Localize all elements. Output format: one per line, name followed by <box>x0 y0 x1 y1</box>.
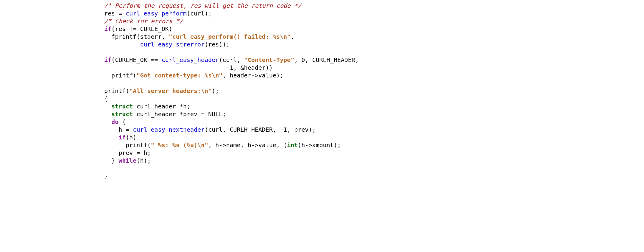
token: { <box>118 118 126 125</box>
token: } <box>104 172 108 180</box>
token: (h); <box>136 157 151 164</box>
token: } <box>111 157 118 164</box>
code-line: -1, &header)) <box>104 64 273 71</box>
code-line: if(res != CURLE_OK) <box>104 25 172 32</box>
code-block: /* Perform the request, res will get the… <box>104 2 644 180</box>
token: "Content-Type" <box>244 56 294 63</box>
token: ); <box>212 87 219 94</box>
token: (curl, CURLH_HEADER, -1, prev); <box>205 126 316 133</box>
code-line: struct curl_header *h; <box>104 103 190 110</box>
token: if <box>118 134 126 141</box>
token: res = <box>104 10 126 17</box>
token: , <box>291 33 294 40</box>
token: " %s: %s (%u)\n" <box>151 141 208 149</box>
token: "Got content-type: %s\n" <box>136 72 222 79</box>
token: -1, &header)) <box>226 64 273 71</box>
token: "All server headers:\n" <box>129 87 212 94</box>
code-line: printf("All server headers:\n"); <box>104 87 219 94</box>
token: curl_header *prev = NULL; <box>133 111 226 118</box>
token: (h) <box>126 134 136 141</box>
code-line: fprintf(stderr, "curl_easy_perform() fai… <box>104 33 294 40</box>
token: "curl_easy_perform() failed: %s\n" <box>169 33 291 40</box>
token: (res)); <box>205 41 230 48</box>
token: curl_header *h; <box>133 103 190 110</box>
token: printf( <box>111 72 136 79</box>
code-line: } while(h); <box>104 157 151 164</box>
token: fprintf(stderr, <box>111 33 169 40</box>
code-line: struct curl_header *prev = NULL; <box>104 111 226 118</box>
token: (CURLHE_OK == <box>111 56 162 63</box>
code-line: h = curl_easy_nextheader(curl, CURLH_HEA… <box>104 126 316 133</box>
code-line: /* Check for errors */ <box>104 18 183 25</box>
code-line: } <box>104 172 108 180</box>
token: printf( <box>126 141 151 149</box>
token: , h->name, h->value, ( <box>208 141 287 149</box>
token: , header->value); <box>222 72 283 79</box>
code-line: do { <box>104 118 126 125</box>
token: int <box>287 141 298 149</box>
code-line: if(CURLHE_OK == curl_easy_header(curl, "… <box>104 56 359 63</box>
token: (curl, <box>219 56 244 63</box>
token: if <box>104 25 111 32</box>
token: if <box>104 56 111 63</box>
token: curl_easy_strerror <box>140 41 205 48</box>
token: curl_easy_perform <box>126 10 187 17</box>
token: curl_easy_header <box>162 56 219 63</box>
token: h = <box>118 126 133 133</box>
token: struct <box>111 103 133 110</box>
code-line: curl_easy_strerror(res)); <box>104 41 230 48</box>
code-line: printf("Got content-type: %s\n", header-… <box>104 72 283 79</box>
code-line: printf(" %s: %s (%u)\n", h->name, h->val… <box>104 141 341 149</box>
token: while <box>118 157 136 164</box>
code-line: /* Perform the request, res will get the… <box>104 2 301 9</box>
token: , 0, CURLH_HEADER, <box>294 56 359 63</box>
token: printf( <box>104 87 129 94</box>
code-line: { <box>104 95 108 102</box>
token: struct <box>111 111 133 118</box>
token: /* Check for errors */ <box>104 18 183 25</box>
token: /* Perform the request, res will get the… <box>104 2 301 9</box>
token: (curl); <box>187 10 212 17</box>
token: (res != CURLE_OK) <box>111 25 172 32</box>
token: prev = h; <box>118 149 151 156</box>
token: { <box>104 95 108 102</box>
token: do <box>111 118 118 125</box>
token: curl_easy_nextheader <box>133 126 205 133</box>
code-line: prev = h; <box>104 149 151 156</box>
token: )h->amount); <box>298 141 341 149</box>
code-line: if(h) <box>104 134 136 141</box>
code-line: res = curl_easy_perform(curl); <box>104 10 212 17</box>
